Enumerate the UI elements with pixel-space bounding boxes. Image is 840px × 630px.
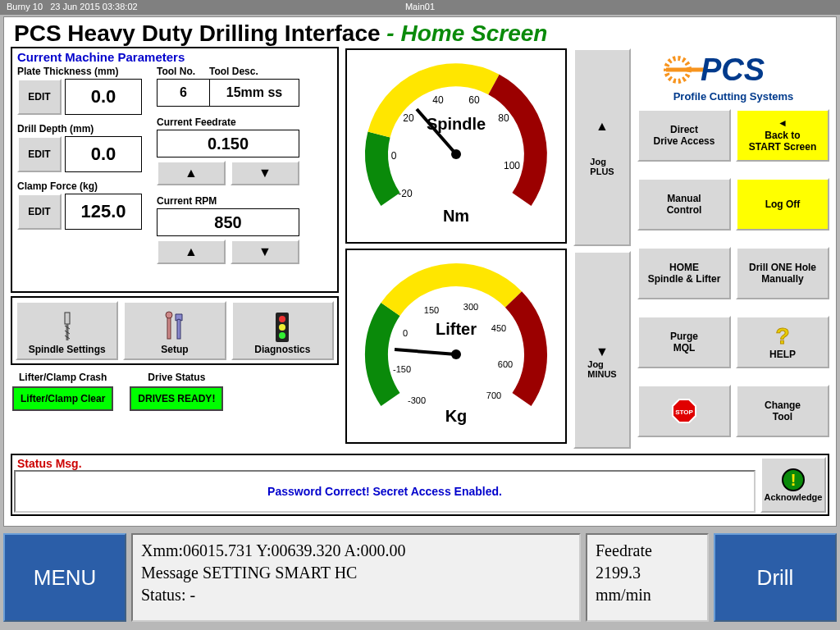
svg-text:PCS: PCS xyxy=(701,52,765,87)
spindle-gauge: -20 0 20 40 60 80 100 Spindle Nm xyxy=(354,56,559,236)
drive-indicator: DRIVES READY! xyxy=(130,386,223,411)
change-tool-button[interactable]: ChangeTool xyxy=(736,385,829,437)
main-window: PCS Heavy Duty Drilling Interface - Home… xyxy=(3,16,837,527)
drill-button[interactable]: Drill xyxy=(714,533,837,622)
help-button[interactable]: ? HELP xyxy=(736,316,829,368)
lifter-gauge-card: -300 -150 0 150 300 450 600 700 Lifter K… xyxy=(345,249,567,444)
stop-icon: STOP xyxy=(670,397,698,425)
up-arrow-icon: ▲ xyxy=(596,119,609,134)
svg-text:STOP: STOP xyxy=(675,409,693,416)
svg-text:Kg: Kg xyxy=(445,407,468,425)
status-msg-bar: Status Msg. Password Correct! Secret Acc… xyxy=(11,454,829,516)
feedrate-label: Current Feedrate xyxy=(157,116,299,128)
jog-plus-button[interactable]: ▲ JogPLUS xyxy=(573,48,631,246)
svg-rect-3 xyxy=(177,319,180,339)
setup-button[interactable]: Setup xyxy=(123,301,226,360)
rpm-down-button[interactable]: ▼ xyxy=(231,240,299,264)
plate-thickness-label: Plate Thickness (mm) xyxy=(17,66,142,77)
svg-point-7 xyxy=(279,332,285,339)
svg-point-6 xyxy=(279,324,285,331)
svg-text:100: 100 xyxy=(504,160,520,171)
rpm-up-button[interactable]: ▲ xyxy=(157,240,226,264)
svg-text:80: 80 xyxy=(498,112,509,124)
tool-no-label: Tool No. xyxy=(157,66,209,77)
svg-text:700: 700 xyxy=(486,390,501,400)
diagnostics-button[interactable]: Diagnostics xyxy=(231,301,334,360)
message-line: Message SETTING SMART HC xyxy=(141,562,571,584)
status-msg-body: Password Correct! Secret Access Enabled. xyxy=(14,470,756,513)
svg-text:450: 450 xyxy=(491,323,506,333)
page-title: PCS Heavy Duty Drilling Interface - Home… xyxy=(11,21,829,47)
status-msg-header: Status Msg. xyxy=(14,457,756,470)
svg-text:20: 20 xyxy=(403,112,414,124)
rpm-label: Current RPM xyxy=(157,195,299,207)
svg-text:600: 600 xyxy=(498,359,513,369)
svg-text:150: 150 xyxy=(424,305,439,315)
drill-icon xyxy=(57,311,78,344)
svg-point-2 xyxy=(166,312,172,318)
feedrate-panel: Feedrate 2199.3 mm/min xyxy=(586,533,709,622)
spindle-settings-button[interactable]: Spindle Settings xyxy=(16,301,118,360)
tools-icon xyxy=(162,311,187,344)
traffic-light-icon xyxy=(274,311,290,344)
svg-text:Lifter: Lifter xyxy=(436,320,477,338)
titlebar: Burny 10 23 Jun 2015 03:38:02 Main01 xyxy=(0,0,840,15)
params-panel: Current Machine Parameters Plate Thickne… xyxy=(11,47,339,293)
tool-desc-value: 15mm ss xyxy=(209,79,299,107)
timestamp: 23 Jun 2015 03:38:02 xyxy=(50,2,137,11)
jog-minus-button[interactable]: JogMINUS ▼ xyxy=(573,251,631,449)
svg-text:!: ! xyxy=(791,471,797,489)
feedrate-value: 0.150 xyxy=(157,130,299,158)
bottom-bar: MENU Xmm:06015.731 Y:00639.320 A:000.00 … xyxy=(0,528,840,627)
alert-icon: ! xyxy=(781,468,806,492)
spindle-gauge-card: -20 0 20 40 60 80 100 Spindle Nm xyxy=(345,48,567,244)
app-name: Burny 10 xyxy=(7,2,43,11)
drill-one-button[interactable]: Drill ONE HoleManually xyxy=(736,247,829,299)
feedrate-down-button[interactable]: ▼ xyxy=(231,161,299,185)
rpm-value: 850 xyxy=(157,208,299,236)
svg-text:-150: -150 xyxy=(393,364,411,374)
drill-depth-value: 0.0 xyxy=(65,136,142,172)
lifter-gauge: -300 -150 0 150 300 450 600 700 Lifter K… xyxy=(354,256,559,436)
purge-mql-button[interactable]: PurgeMQL xyxy=(637,316,731,368)
svg-text:0: 0 xyxy=(403,328,408,338)
drill-depth-edit-button[interactable]: EDIT xyxy=(17,136,62,172)
stop-button[interactable]: STOP xyxy=(637,385,731,437)
svg-text:-20: -20 xyxy=(398,188,413,199)
svg-text:?: ? xyxy=(775,324,789,349)
svg-text:300: 300 xyxy=(463,302,478,312)
clamp-force-edit-button[interactable]: EDIT xyxy=(17,194,62,230)
svg-text:0: 0 xyxy=(391,150,397,162)
crash-indicator: Lifter/Clamp Clear xyxy=(12,386,113,411)
status-line: Status: - xyxy=(141,584,571,606)
clamp-force-value: 125.0 xyxy=(65,194,142,230)
feedrate-up-button[interactable]: ▲ xyxy=(157,161,226,185)
svg-point-30 xyxy=(451,349,461,359)
svg-text:40: 40 xyxy=(432,94,444,106)
back-start-button[interactable]: ◄Back toSTART Screen xyxy=(736,109,829,162)
home-spindle-button[interactable]: HOMESpindle & Lifter xyxy=(637,247,731,299)
down-arrow-icon: ▼ xyxy=(596,345,609,359)
manual-control-button[interactable]: ManualControl xyxy=(637,178,731,231)
svg-rect-1 xyxy=(167,316,171,339)
params-title: Current Machine Parameters xyxy=(17,50,332,64)
drill-depth-label: Drill Depth (mm) xyxy=(17,123,142,135)
svg-point-18 xyxy=(451,149,461,159)
direct-drive-button[interactable]: DirectDrive Access xyxy=(637,109,731,162)
menu-button[interactable]: MENU xyxy=(3,533,126,622)
tool-desc-label: Tool Desc. xyxy=(209,66,258,77)
plate-thickness-edit-button[interactable]: EDIT xyxy=(17,79,62,115)
tool-no-value: 6 xyxy=(157,79,209,107)
drive-status: Drive Status DRIVES READY! xyxy=(130,372,223,411)
crash-status: Lifter/Clamp Crash Lifter/Clamp Clear xyxy=(12,372,113,411)
icon-toolbar: Spindle Settings Setup Diagnostics xyxy=(11,296,339,365)
logo: PCS Profile Cutting Systems xyxy=(637,47,829,104)
coord-panel: Xmm:06015.731 Y:00639.320 A:000.00 Messa… xyxy=(131,533,581,622)
acknowledge-button[interactable]: ! Acknowledge xyxy=(760,457,826,513)
coords-line: Xmm:06015.731 Y:00639.320 A:000.00 xyxy=(141,540,571,562)
plate-thickness-value: 0.0 xyxy=(65,79,142,115)
logoff-button[interactable]: Log Off xyxy=(736,178,829,231)
svg-text:-300: -300 xyxy=(408,395,426,405)
svg-rect-0 xyxy=(65,313,70,324)
svg-line-29 xyxy=(395,349,456,354)
